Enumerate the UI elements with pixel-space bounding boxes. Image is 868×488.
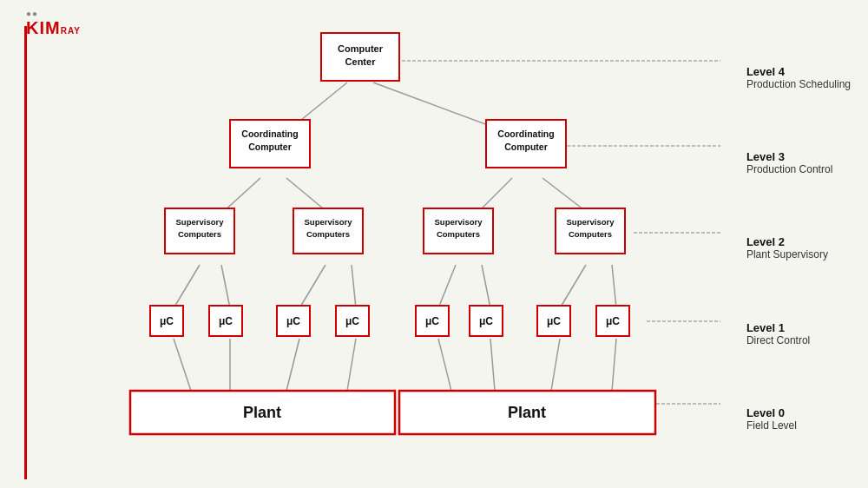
svg-text:Computers: Computers <box>437 229 480 239</box>
svg-text:μC: μC <box>345 315 359 327</box>
svg-line-21 <box>612 339 616 391</box>
svg-line-11 <box>482 265 490 308</box>
level0-desc: Field Level <box>746 419 851 432</box>
svg-text:μC: μC <box>606 315 620 327</box>
svg-text:Computers: Computers <box>569 229 612 239</box>
svg-text:μC: μC <box>286 315 300 327</box>
level2-label: Level 2 Plant Supervisory <box>746 235 851 260</box>
diagram-area: Computer Center Coordinating Computer Co… <box>0 0 868 488</box>
level1-label: Level 1 Direct Control <box>746 321 851 346</box>
svg-line-20 <box>551 339 560 391</box>
svg-text:Center: Center <box>345 56 377 67</box>
level0-label: Level 0 Field Level <box>746 406 851 432</box>
level2-desc: Plant Supervisory <box>746 248 851 260</box>
svg-text:Computer: Computer <box>504 142 548 152</box>
svg-line-14 <box>174 339 191 391</box>
level2-title: Level 2 <box>746 235 851 248</box>
svg-line-10 <box>438 265 456 308</box>
level3-desc: Production Control <box>746 163 851 175</box>
svg-text:Computers: Computers <box>178 229 221 239</box>
svg-line-13 <box>612 265 616 308</box>
level0-title: Level 0 <box>746 406 851 419</box>
svg-text:Supervisory: Supervisory <box>435 217 483 227</box>
svg-text:μC: μC <box>219 315 233 327</box>
level4-title: Level 4 <box>746 65 851 78</box>
svg-line-17 <box>347 339 356 391</box>
svg-text:Computers: Computers <box>306 229 350 239</box>
level3-label: Level 3 Production Control <box>746 150 851 175</box>
level-labels: Level 4 Production Scheduling Level 3 Pr… <box>746 0 851 488</box>
level3-title: Level 3 <box>746 150 851 163</box>
level4-desc: Production Scheduling <box>746 78 851 90</box>
svg-text:μC: μC <box>547 315 561 327</box>
computer-center-label: Computer <box>338 43 384 54</box>
svg-line-19 <box>490 339 495 391</box>
svg-text:Supervisory: Supervisory <box>176 217 225 227</box>
svg-line-7 <box>221 265 230 308</box>
svg-line-18 <box>438 339 451 391</box>
svg-text:Supervisory: Supervisory <box>567 217 615 227</box>
svg-text:μC: μC <box>160 315 174 327</box>
svg-line-16 <box>286 339 299 391</box>
svg-line-12 <box>560 265 586 308</box>
svg-text:Plant: Plant <box>243 404 281 421</box>
svg-line-8 <box>299 265 326 308</box>
svg-text:μC: μC <box>479 315 493 327</box>
svg-text:Coordinating: Coordinating <box>241 129 298 139</box>
svg-text:μC: μC <box>425 315 439 327</box>
svg-text:Computer: Computer <box>248 142 292 152</box>
level1-title: Level 1 <box>746 321 851 334</box>
level4-label: Level 4 Production Scheduling <box>746 65 851 90</box>
svg-text:Supervisory: Supervisory <box>305 217 353 227</box>
svg-line-9 <box>352 265 356 308</box>
svg-text:Plant: Plant <box>508 404 546 421</box>
svg-line-6 <box>174 265 200 308</box>
hierarchy-diagram: Computer Center Coordinating Computer Co… <box>0 0 868 488</box>
svg-text:Coordinating: Coordinating <box>497 129 554 139</box>
level1-desc: Direct Control <box>746 334 851 346</box>
